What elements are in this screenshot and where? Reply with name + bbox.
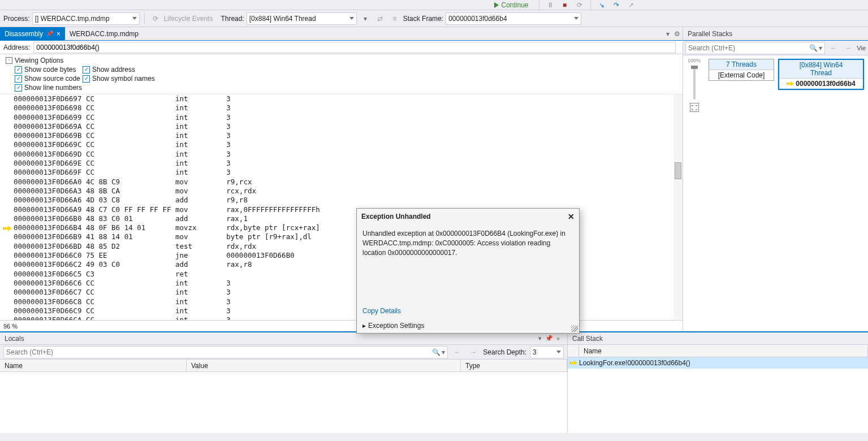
step-into-button[interactable]: ↘ xyxy=(595,0,608,11)
zoom-combo[interactable]: 96 % xyxy=(0,320,683,331)
stack-node-threads[interactable]: 7 Threads [External Code] xyxy=(709,59,774,81)
tab-dump[interactable]: WERDACC.tmp.mdmp xyxy=(65,27,143,40)
parallel-stacks-title: Parallel Stacks xyxy=(683,27,868,41)
viewing-options-toggle[interactable]: ˆ Viewing Options xyxy=(6,57,677,64)
exception-settings-expander[interactable]: ▸ Exception Settings xyxy=(357,318,579,333)
col-value[interactable]: Value xyxy=(187,360,461,371)
disassembly-listing[interactable]: 000000013F0D6697 CC int 3000000013F0D669… xyxy=(0,94,683,320)
scroll-thumb[interactable] xyxy=(675,162,681,179)
zoom-slider[interactable]: 100% ⛶ xyxy=(688,58,701,142)
callstack-row[interactable]: LookingFor.exe!000000013f0d66b4() xyxy=(568,357,868,369)
checkbox-icon[interactable] xyxy=(83,66,90,74)
stackframe-label: Stack Frame: xyxy=(403,15,443,23)
disasm-line[interactable]: 000000013F0D6699 CC int 3 xyxy=(0,113,673,122)
disasm-line[interactable]: 000000013F0D669D CC int 3 xyxy=(0,150,673,159)
checkbox-icon[interactable] xyxy=(15,66,22,74)
window-menu-icon[interactable]: ▾ xyxy=(536,335,545,342)
chevron-down-icon[interactable] xyxy=(132,17,137,20)
debug-location-toolbar: Process: [] WERDACC.tmp.mdmp ⟳ Lifecycle… xyxy=(0,10,868,27)
nav-back-button[interactable]: ← xyxy=(451,346,464,358)
copy-details-link[interactable]: Copy Details xyxy=(357,304,579,318)
callstack-title: Call Stack xyxy=(572,335,603,343)
exception-title: Exception Unhandled xyxy=(361,213,431,220)
callstack-frame: LookingFor.exe!000000013f0d66b4() xyxy=(579,359,690,367)
disasm-line[interactable]: 000000013F0D669A CC int 3 xyxy=(0,122,673,131)
disasm-line[interactable]: 000000013F0D6697 CC int 3 xyxy=(0,94,673,103)
opt-source[interactable]: Show source code xyxy=(15,75,83,83)
parallel-stacks-canvas[interactable]: 100% ⛶ 7 Threads [External Code] [0x884]… xyxy=(683,55,868,331)
tab-overflow-button[interactable]: ▾ xyxy=(664,30,672,38)
col-type[interactable]: Type xyxy=(461,360,567,371)
pin-icon[interactable]: 📌 xyxy=(46,31,53,37)
lifecycle-events-dropdown: Lifecycle Events xyxy=(164,15,213,23)
show-threads-icon: ≡ xyxy=(388,12,401,25)
step-out-button: ↗ xyxy=(625,0,637,11)
process-combo[interactable]: [] WERDACC.tmp.mdmp xyxy=(32,12,140,25)
locals-search-input[interactable]: 🔍▾ xyxy=(3,346,448,358)
checkbox-icon[interactable] xyxy=(83,75,90,83)
stack-node-body: [External Code] xyxy=(709,70,774,80)
exception-message: Unhandled exception at 0x000000013F0D66B… xyxy=(357,224,579,304)
flag-filter-icon[interactable]: ▾ xyxy=(359,12,372,25)
locals-body[interactable] xyxy=(0,372,567,433)
fit-icon[interactable]: ⛶ xyxy=(690,103,699,112)
col-name[interactable]: Name xyxy=(579,345,868,357)
checkbox-icon[interactable] xyxy=(15,75,22,83)
disasm-line[interactable]: 000000013F0D66A0 4C 8B C9 mov r9,rcx xyxy=(0,178,673,187)
continue-button[interactable]: Continue xyxy=(491,0,534,11)
checkbox-icon[interactable] xyxy=(15,84,22,92)
step-over-button[interactable]: ↷ xyxy=(610,0,623,11)
stackframe-combo[interactable]: 000000013f0d66b4 xyxy=(446,12,581,25)
opt-lines[interactable]: Show line numbers xyxy=(15,84,83,92)
callstack-body[interactable]: LookingFor.exe!000000013f0d66b4() xyxy=(568,357,868,433)
gear-icon[interactable]: ⚙ xyxy=(672,30,683,38)
search-field[interactable] xyxy=(688,44,809,52)
disasm-line[interactable]: 000000013F0D66A3 48 8B CA mov rcx,rdx xyxy=(0,187,673,196)
close-icon[interactable]: × xyxy=(554,335,563,342)
search-icon[interactable]: 🔍 xyxy=(809,44,818,52)
scrollbar[interactable] xyxy=(673,94,683,320)
stack-node-current[interactable]: [0x884] Win64 Thread 000000013f0d66b4 xyxy=(778,59,864,90)
disasm-line[interactable]: 000000013F0D6698 CC int 3 xyxy=(0,103,673,113)
close-icon[interactable]: ✕ xyxy=(568,212,575,221)
search-depth-combo[interactable]: 3 xyxy=(530,346,564,358)
process-value: [] WERDACC.tmp.mdmp xyxy=(35,15,130,23)
address-label: Address: xyxy=(3,44,30,51)
disasm-line[interactable]: 000000013F0D669C CC int 3 xyxy=(0,140,673,149)
parallel-stacks-pane: Parallel Stacks 🔍▾ ← → Vie 100% ⛶ 7 Thre… xyxy=(683,27,868,331)
thread-combo[interactable]: [0x884] Win64 Thread xyxy=(247,12,357,25)
pin-icon[interactable]: 📌 xyxy=(545,335,554,342)
tab-disassembly[interactable]: Disassembly 📌 × xyxy=(0,27,65,40)
process-label: Process: xyxy=(3,15,30,23)
bottom-panels: Locals ▾ 📌 × 🔍▾ ← → Search Depth: 3 Name… xyxy=(0,331,868,433)
search-icon[interactable]: 🔍 xyxy=(432,348,441,356)
disasm-line[interactable]: 000000013F0D669B CC int 3 xyxy=(0,131,673,140)
play-icon xyxy=(494,2,499,8)
opt-symbol[interactable]: Show symbol names xyxy=(83,75,677,83)
locals-columns: Name Value Type xyxy=(0,360,567,372)
col-name[interactable]: Name xyxy=(0,360,187,371)
nav-back-button[interactable]: ← xyxy=(827,42,840,54)
slider-thumb[interactable] xyxy=(691,66,698,69)
stack-node-header: 7 Threads xyxy=(709,59,774,70)
parallel-search-input[interactable]: 🔍▾ xyxy=(685,42,825,54)
nav-fwd-button[interactable]: → xyxy=(467,346,480,358)
chevron-down-icon[interactable] xyxy=(574,17,578,20)
viewing-options: ˆ Viewing Options Show code bytes Show a… xyxy=(0,54,683,94)
continue-label: Continue xyxy=(501,1,528,9)
stop-debug-button[interactable]: ■ xyxy=(559,0,571,11)
chevron-down-icon[interactable] xyxy=(349,17,354,20)
search-field[interactable] xyxy=(6,348,432,356)
restart-button: ⟳ xyxy=(573,0,586,11)
disasm-line[interactable]: 000000013F0D66A6 4D 03 C8 add r9,r8 xyxy=(0,196,673,205)
address-input[interactable] xyxy=(33,42,676,53)
disasm-line[interactable]: 000000013F0D669F CC int 3 xyxy=(0,168,673,177)
chevron-down-icon[interactable] xyxy=(556,351,561,353)
nav-fwd-button[interactable]: → xyxy=(842,42,854,54)
resize-grip[interactable] xyxy=(571,325,578,332)
opt-address[interactable]: Show address xyxy=(83,66,677,74)
thread-value: [0x884] Win64 Thread xyxy=(249,15,347,23)
disasm-line[interactable]: 000000013F0D669E CC int 3 xyxy=(0,159,673,168)
opt-code-bytes[interactable]: Show code bytes xyxy=(15,66,83,74)
close-icon[interactable]: × xyxy=(57,30,61,38)
